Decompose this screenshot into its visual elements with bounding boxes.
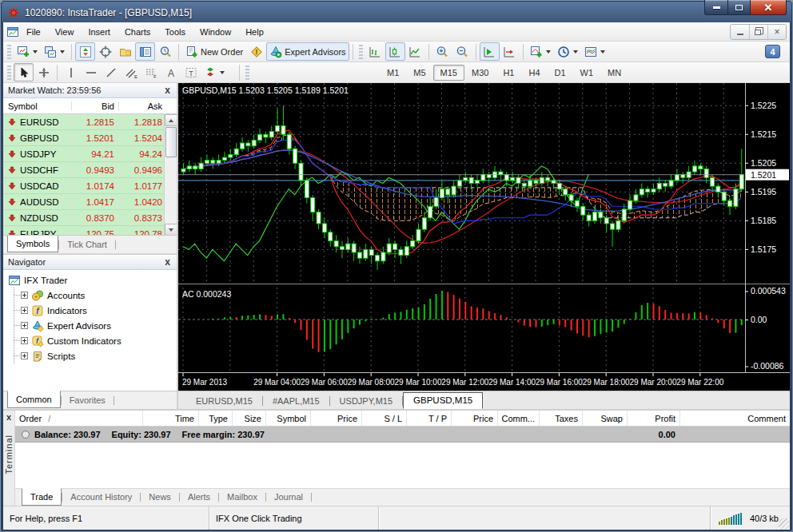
terminal-close-icon[interactable]: x	[6, 411, 11, 423]
line-chart-button[interactable]	[405, 42, 425, 61]
tree-item-custom-indicators[interactable]: f Custom Indicators	[14, 333, 177, 348]
tree-item-scripts[interactable]: Scripts	[14, 348, 177, 363]
timeframe-button-h1[interactable]: H1	[496, 65, 521, 81]
terminal-column-price[interactable]: Price	[452, 411, 498, 426]
tab-favorites[interactable]: Favorites	[62, 393, 114, 408]
crosshair-button[interactable]	[34, 63, 54, 81]
horizontal-line-button[interactable]	[81, 63, 101, 81]
timeframe-button-d1[interactable]: D1	[548, 65, 573, 81]
resize-grip[interactable]	[779, 518, 789, 529]
tab-common[interactable]: Common	[7, 391, 61, 408]
menu-item-insert[interactable]: Insert	[81, 25, 118, 39]
market-watch-row-usdcad[interactable]: USDCAD1.01741.0177	[3, 178, 177, 194]
toolbar-grip[interactable]	[245, 66, 249, 80]
terminal-column-s-l[interactable]: S / L	[362, 411, 407, 426]
market-watch-titlebar[interactable]: Market Watch: 23:59:56 x	[3, 83, 177, 98]
market-watch-scrollbar[interactable]	[164, 114, 177, 236]
fibonacci-button[interactable]: F	[141, 63, 161, 81]
mdi-minimize-button[interactable]	[731, 25, 749, 39]
toolbar-grip[interactable]	[7, 66, 11, 80]
templates-dropdown[interactable]	[581, 42, 608, 61]
terminal-column-comment[interactable]: Comment	[680, 411, 790, 426]
timeframe-button-m1[interactable]: M1	[380, 65, 406, 81]
data-window-button[interactable]	[95, 42, 115, 61]
navigator-close-icon[interactable]: x	[163, 257, 172, 267]
tab-tick-chart[interactable]: Tick Chart	[59, 237, 115, 252]
menu-item-window[interactable]: Window	[193, 25, 238, 39]
toolbar-grip[interactable]	[7, 45, 11, 59]
chart-window-icon[interactable]	[6, 26, 19, 38]
alert-button[interactable]: !	[246, 42, 266, 61]
profiles-button[interactable]	[41, 42, 68, 61]
terminal-column-size[interactable]: Size	[233, 411, 266, 426]
expand-plus-icon[interactable]	[21, 352, 28, 359]
terminal-tab-trade[interactable]: Trade	[22, 488, 62, 506]
terminal-toggle[interactable]	[135, 42, 155, 61]
market-watch-row-eurusd[interactable]: EURUSD1.28151.2818	[3, 114, 177, 130]
tree-item-expert-advisors[interactable]: Expert Advisors	[14, 318, 177, 333]
terminal-tab-mailbox[interactable]: Mailbox	[219, 490, 265, 505]
notifications-badge[interactable]: 4	[765, 45, 780, 58]
column-symbol[interactable]: Symbol	[3, 101, 72, 111]
terminal-column-type[interactable]: Type	[199, 411, 233, 426]
terminal-tab-news[interactable]: News	[141, 490, 179, 505]
tab-symbols[interactable]: Symbols	[7, 235, 58, 252]
toolbar-grip[interactable]	[359, 45, 363, 59]
vertical-line-button[interactable]	[61, 63, 81, 81]
column-ask[interactable]: Ask	[119, 101, 166, 111]
scrollbar-thumb[interactable]	[165, 127, 177, 157]
chart-tab-eurusd-m15[interactable]: EURUSD,M15	[186, 394, 262, 409]
terminal-column-time[interactable]: Time	[143, 411, 199, 426]
new-order-button[interactable]: New Order	[182, 42, 246, 61]
indicators-dropdown[interactable]	[527, 42, 554, 61]
expand-plus-icon[interactable]	[21, 337, 28, 344]
auto-scroll-toggle[interactable]	[480, 42, 500, 61]
chart-tab--aapl-m15[interactable]: #AAPL,M15	[263, 394, 329, 409]
timeframe-button-mn[interactable]: MN	[600, 65, 628, 81]
tree-item-indicators[interactable]: f Indicators	[14, 303, 177, 318]
strategy-tester-button[interactable]	[155, 42, 175, 61]
terminal-tab-journal[interactable]: Journal	[266, 490, 311, 505]
timeframe-button-m15[interactable]: M15	[433, 65, 464, 81]
chart-canvas[interactable]: 1.52251.52151.52051.51951.51851.51751.52…	[178, 83, 790, 391]
terminal-column-comm-[interactable]: Comm...	[498, 411, 540, 426]
terminal-column-taxes[interactable]: Taxes	[540, 411, 583, 426]
minimize-button[interactable]	[704, 0, 728, 15]
scroll-down-button[interactable]	[165, 224, 177, 236]
balance-row[interactable]: Balance: 230.97 Equity: 230.97 Free marg…	[15, 427, 790, 443]
expand-plus-icon[interactable]	[21, 322, 28, 329]
menu-item-tools[interactable]: Tools	[157, 25, 193, 39]
menu-item-file[interactable]: File	[19, 25, 48, 39]
cursor-button[interactable]	[14, 63, 34, 81]
trade-list-empty-area[interactable]	[15, 443, 790, 488]
market-watch-row-nzdusd[interactable]: NZDUSD0.83700.8373	[3, 210, 177, 226]
market-watch-row-eurjpy[interactable]: EURJPY120.75120.78	[3, 226, 177, 236]
terminal-column-symbol[interactable]: Symbol	[266, 411, 311, 426]
market-watch-row-usdjpy[interactable]: USDJPY94.2194.24	[3, 146, 177, 162]
expert-advisors-toggle[interactable]: Expert Advisors	[266, 42, 349, 61]
terminal-column-order[interactable]: Order/	[15, 411, 143, 426]
menu-item-charts[interactable]: Charts	[118, 25, 157, 39]
maximize-button[interactable]	[728, 0, 751, 15]
menu-item-view[interactable]: View	[48, 25, 82, 39]
arrows-dropdown[interactable]	[201, 63, 228, 81]
chart-tab-usdjpy-m15[interactable]: USDJPY,M15	[330, 394, 402, 409]
terminal-column-price[interactable]: Price	[311, 411, 362, 426]
navigator-toggle[interactable]	[115, 42, 135, 61]
market-watch-close-icon[interactable]: x	[163, 85, 172, 95]
close-button[interactable]: ✕	[751, 0, 787, 15]
column-bid[interactable]: Bid	[72, 101, 119, 111]
tree-item-ifx-trader[interactable]: IFX Trader	[8, 272, 177, 288]
expand-plus-icon[interactable]	[21, 292, 28, 299]
title-bar[interactable]: 1020890: InstaTrader - [GBPUSD,M15]	[2, 2, 791, 22]
timeframe-button-m5[interactable]: M5	[406, 65, 432, 81]
new-chart-button[interactable]	[14, 42, 41, 61]
market-watch-row-gbpusd[interactable]: GBPUSD1.52011.5204	[3, 130, 177, 146]
terminal-column-swap[interactable]: Swap	[583, 411, 628, 426]
candlestick-button[interactable]	[385, 42, 405, 61]
bar-chart-button[interactable]	[365, 42, 385, 61]
text-label-button[interactable]: T	[181, 63, 201, 81]
scroll-up-button[interactable]	[165, 114, 177, 126]
timeframe-button-h4[interactable]: H4	[521, 65, 547, 81]
terminal-column-profit[interactable]: Profit	[628, 411, 680, 426]
